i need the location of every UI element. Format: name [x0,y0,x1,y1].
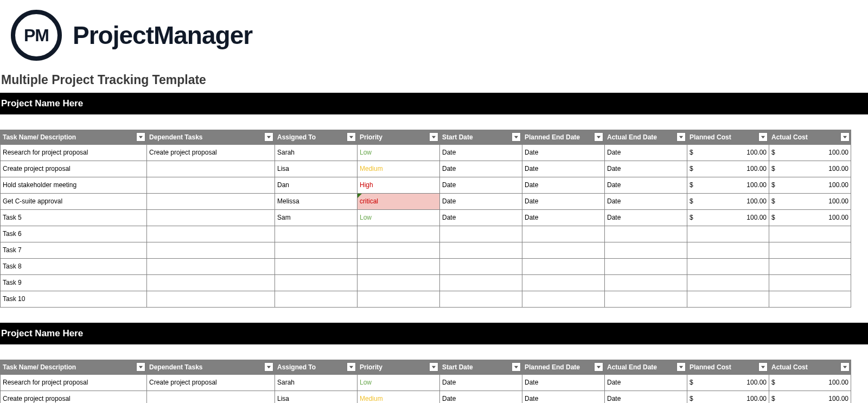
cell-start-date[interactable] [440,291,522,307]
cell-priority[interactable]: critical [358,193,440,209]
cell-assigned[interactable] [275,274,358,291]
cell-dependent[interactable] [147,193,275,209]
filter-dropdown-icon[interactable] [136,362,145,372]
cell-start-date[interactable] [440,242,522,258]
cell-actual-cost[interactable] [769,258,851,274]
filter-dropdown-icon[interactable] [676,362,686,372]
cell-planned-cost[interactable]: $100.00 [687,391,769,403]
cell-actual-end[interactable] [605,258,687,274]
column-header[interactable]: Actual End Date [605,130,687,144]
filter-dropdown-icon[interactable] [594,132,603,142]
cell-priority[interactable] [358,291,440,307]
cell-assigned[interactable]: Sarah [275,144,358,161]
cell-actual-cost[interactable]: $100.00 [769,193,851,209]
cell-assigned[interactable]: Sarah [275,374,358,391]
cell-planned-cost[interactable]: $100.00 [687,209,769,226]
cell-actual-end[interactable]: Date [605,177,687,193]
column-header[interactable]: Actual Cost [769,360,851,374]
cell-dependent[interactable] [147,242,275,258]
cell-dependent[interactable]: Create project proposal [147,144,275,161]
cell-start-date[interactable] [440,258,522,274]
cell-task[interactable]: Task 7 [1,242,147,258]
cell-priority[interactable]: Low [358,144,440,161]
cell-actual-cost[interactable] [769,291,851,307]
column-header[interactable]: Actual Cost [769,130,851,144]
cell-task[interactable]: Task 8 [1,258,147,274]
cell-assigned[interactable]: Lisa [275,161,358,177]
filter-dropdown-icon[interactable] [429,362,438,372]
cell-actual-end[interactable] [605,291,687,307]
column-header[interactable]: Start Date [440,130,522,144]
cell-actual-cost[interactable]: $100.00 [769,161,851,177]
cell-planned-end[interactable]: Date [522,193,605,209]
cell-planned-cost[interactable] [687,291,769,307]
column-header[interactable]: Task Name/ Description [1,130,147,144]
filter-dropdown-icon[interactable] [758,132,768,142]
column-header[interactable]: Priority [358,360,440,374]
cell-planned-cost[interactable] [687,274,769,291]
cell-actual-end[interactable]: Date [605,193,687,209]
cell-actual-cost[interactable]: $100.00 [769,209,851,226]
cell-start-date[interactable]: Date [440,161,522,177]
cell-priority[interactable]: High [358,177,440,193]
cell-start-date[interactable] [440,226,522,242]
filter-dropdown-icon[interactable] [264,362,273,372]
cell-priority[interactable] [358,258,440,274]
cell-actual-end[interactable]: Date [605,374,687,391]
cell-actual-end[interactable] [605,226,687,242]
cell-start-date[interactable]: Date [440,209,522,226]
filter-dropdown-icon[interactable] [758,362,768,372]
cell-planned-end[interactable] [522,291,605,307]
column-header[interactable]: Dependent Tasks [147,130,275,144]
filter-dropdown-icon[interactable] [840,362,850,372]
cell-dependent[interactable] [147,274,275,291]
cell-start-date[interactable] [440,274,522,291]
cell-start-date[interactable]: Date [440,391,522,403]
column-header[interactable]: Assigned To [275,360,358,374]
cell-planned-end[interactable] [522,242,605,258]
cell-priority[interactable] [358,226,440,242]
cell-start-date[interactable]: Date [440,374,522,391]
filter-dropdown-icon[interactable] [347,362,356,372]
cell-priority[interactable]: Low [358,374,440,391]
cell-actual-cost[interactable] [769,274,851,291]
cell-task[interactable]: Task 5 [1,209,147,226]
column-header[interactable]: Planned End Date [522,130,605,144]
cell-assigned[interactable]: Melissa [275,193,358,209]
cell-actual-cost[interactable]: $100.00 [769,391,851,403]
filter-dropdown-icon[interactable] [264,132,273,142]
cell-planned-cost[interactable]: $100.00 [687,193,769,209]
column-header[interactable]: Planned Cost [687,360,769,374]
cell-assigned[interactable]: Lisa [275,391,358,403]
cell-dependent[interactable] [147,161,275,177]
cell-assigned[interactable]: Dan [275,177,358,193]
column-header[interactable]: Planned End Date [522,360,605,374]
column-header[interactable]: Assigned To [275,130,358,144]
filter-dropdown-icon[interactable] [512,132,521,142]
cell-start-date[interactable]: Date [440,177,522,193]
cell-planned-end[interactable] [522,226,605,242]
cell-planned-cost[interactable] [687,226,769,242]
cell-actual-cost[interactable]: $100.00 [769,177,851,193]
column-header[interactable]: Actual End Date [605,360,687,374]
cell-actual-cost[interactable]: $100.00 [769,144,851,161]
cell-actual-cost[interactable] [769,242,851,258]
cell-planned-end[interactable]: Date [522,374,605,391]
column-header[interactable]: Planned Cost [687,130,769,144]
cell-planned-end[interactable]: Date [522,209,605,226]
cell-assigned[interactable] [275,226,358,242]
filter-dropdown-icon[interactable] [676,132,686,142]
cell-planned-end[interactable]: Date [522,144,605,161]
cell-task[interactable]: Hold stakeholder meeting [1,177,147,193]
cell-planned-end[interactable]: Date [522,391,605,403]
column-header[interactable]: Task Name/ Description [1,360,147,374]
cell-planned-end[interactable] [522,274,605,291]
cell-priority[interactable] [358,274,440,291]
cell-task[interactable]: Task 6 [1,226,147,242]
cell-planned-cost[interactable]: $100.00 [687,161,769,177]
cell-planned-end[interactable] [522,258,605,274]
cell-assigned[interactable] [275,242,358,258]
cell-planned-cost[interactable]: $100.00 [687,144,769,161]
cell-actual-cost[interactable]: $100.00 [769,374,851,391]
cell-planned-end[interactable]: Date [522,177,605,193]
